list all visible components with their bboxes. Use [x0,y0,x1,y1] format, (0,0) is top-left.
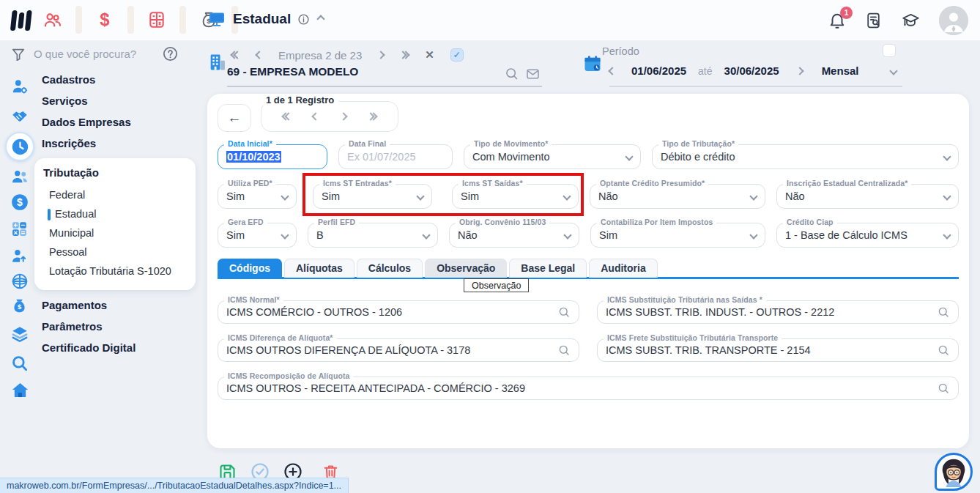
training-cap-icon[interactable] [900,11,921,30]
period-checkbox[interactable] [883,44,896,57]
browser-status-bar: makroweb.com.br/FormEmpresas/.../Tributa… [0,478,349,493]
back-button[interactable]: ← [218,104,251,132]
sidebar-group-tributacao[interactable]: Tributação [43,166,185,179]
sidebar-item-inscricoes[interactable]: Inscrições [42,137,207,150]
audit-log-icon[interactable] [864,11,883,30]
first-record-icon[interactable] [283,114,292,119]
field-icms-recomposicao-aliquota[interactable]: ICMS Recomposição de Alíquota ICMS OUTRO… [218,377,959,400]
sidebar-item-federal[interactable]: Federal [43,185,185,204]
home-icon[interactable] [10,380,29,399]
next-period-icon[interactable] [795,67,803,75]
chevron-down-icon [281,192,289,200]
field-label: Gera EFD [224,218,267,226]
company-mail-icon[interactable] [525,67,541,81]
globe-icon[interactable] [10,272,29,291]
history-clock-icon-active[interactable] [5,132,34,161]
field-label: Optante Crédito Presumido* [596,179,708,188]
sidebar-item-pessoal[interactable]: Pessoal [43,242,185,262]
tab-base-legal[interactable]: Base Legal [509,259,587,278]
calculator-icon[interactable] [147,10,166,29]
tab-codigos[interactable]: Códigos [218,259,282,278]
sidebar-item-parametros[interactable]: Parâmetros [42,320,207,333]
sidebar-item-municipal[interactable]: Municipal [43,223,185,242]
field-icms-subst-saidas[interactable]: ICMS Substituição Tributária nas Saídas … [597,300,959,324]
field-tipo-tributacao[interactable]: Tipo de Tributação* Débito e crédito [652,144,959,169]
user-avatar[interactable] [939,6,968,35]
handshake-icon[interactable] [10,107,29,126]
tab-observacao[interactable]: Observação [425,259,507,278]
lookup-search-icon[interactable] [557,305,571,319]
field-perfil-efd[interactable]: Perfil EFD B [308,223,438,248]
help-icon[interactable] [162,45,179,62]
tab-aliquotas[interactable]: Alíquotas [284,259,354,278]
sidebar-item-dados-empresas[interactable]: Dados Empresas [42,116,207,129]
field-icms-st-saidas[interactable]: Icms ST Saídas* Sim [452,184,579,209]
company-search-icon[interactable] [504,66,519,81]
field-obrig-convenio[interactable]: Obrig. Convênio 115/03 Não [449,223,579,248]
field-contabiliza-item-impostos[interactable]: Contabiliza Por Item Impostos Sim [590,223,765,248]
next-company-icon[interactable] [377,51,385,59]
company-pager-label: Empresa 2 de 23 [278,49,362,62]
finance-icon[interactable]: $ [95,10,114,29]
close-company-filter-icon[interactable]: ✕ [425,48,434,62]
clients-icon[interactable] [42,10,62,30]
field-label: ICMS Normal* [224,295,283,304]
field-icms-frete-st-transporte[interactable]: ICMS Frete Substituição Tributária Trans… [597,338,959,362]
notification-badge: 1 [840,7,853,19]
field-optante-credito-presumido[interactable]: Optante Crédito Presumido* Não [590,184,765,209]
sidebar-item-lotacao-tributaria[interactable]: Lotação Tributária S-1020 [43,262,185,281]
tab-auditoria[interactable]: Auditoria [589,259,657,278]
sidebar-item-estadual[interactable]: Estadual [43,204,185,223]
search-input[interactable] [34,48,155,60]
period-start-date[interactable]: 01/06/2025 [631,64,686,77]
prev-record-icon[interactable] [312,112,320,120]
lookup-search-icon[interactable] [937,382,950,395]
period-mode-chevron-icon[interactable] [890,67,898,75]
field-icms-normal[interactable]: ICMS Normal* ICMS COMÉRCIO - OUTROS - 12… [218,300,579,324]
prev-period-icon[interactable] [608,67,616,75]
sidebar-item-servicos[interactable]: Serviços [42,94,207,108]
search-feature-icon[interactable] [10,354,29,373]
period-end-date[interactable]: 30/06/2025 [724,64,779,77]
person-promote-icon[interactable] [10,247,29,266]
company-active-checkbox[interactable]: ✓ [450,48,464,62]
field-tipo-movimento[interactable]: Tipo de Movimento* Com Movimento [464,144,641,169]
layers-icon[interactable] [10,325,29,344]
last-record-icon[interactable] [368,114,376,119]
first-company-icon[interactable] [231,52,240,58]
field-icms-diferenca-aliquota[interactable]: ICMS Diferença de Alíquota* ICMS OUTROS … [218,338,579,362]
filter-icon[interactable] [10,46,26,62]
field-gera-efd[interactable]: Gera EFD Sim [218,223,297,248]
moneybag-blue-icon[interactable]: $ [10,297,29,316]
field-label: Crédito Ciap [783,218,837,226]
field-data-final[interactable]: Data Final [338,144,453,169]
next-record-icon[interactable] [339,112,347,120]
sidebar-item-cadastros[interactable]: Cadastros [42,73,207,86]
sidebar-item-pagamentos[interactable]: Pagamentos [42,299,207,312]
lookup-search-icon[interactable] [557,344,571,357]
period-mode[interactable]: Mensal [822,64,859,77]
field-utiliza-ped[interactable]: Utiliza PED* Sim [218,184,297,209]
calc-grid-icon[interactable] [10,220,29,239]
field-data-inicial[interactable]: Data Inicial* 01/10/2023 [218,144,327,169]
field-credito-ciap[interactable]: Crédito Ciap 1 - Base de Cálculo ICMS [776,223,959,248]
app-logo[interactable] [10,9,37,32]
notifications-bell-icon[interactable]: 1 [828,11,847,31]
lookup-search-icon[interactable] [937,344,950,357]
last-company-icon[interactable] [400,52,409,58]
people-icon[interactable] [10,167,29,186]
svg-text:$: $ [100,10,109,29]
info-icon[interactable] [297,13,310,26]
sidebar-item-certificado-digital[interactable]: Certificado Digital [42,341,207,355]
data-final-input[interactable] [347,151,444,163]
lookup-search-icon[interactable] [937,305,950,319]
collapse-title-icon[interactable] [317,15,325,23]
company-name: 69 - EMPRESA MODELO [227,65,358,78]
field-inscricao-estadual-centralizada[interactable]: Inscrição Estadual Centralizada* Não [776,184,959,209]
user-settings-icon[interactable] [10,77,29,96]
assistant-avatar[interactable] [935,453,973,491]
prev-company-icon[interactable] [255,51,263,59]
field-icms-st-entradas[interactable]: Icms ST Entradas* Sim [313,184,432,209]
dollar-circle-icon[interactable]: $ [10,193,29,212]
tab-calculos[interactable]: Cálculos [357,259,423,278]
